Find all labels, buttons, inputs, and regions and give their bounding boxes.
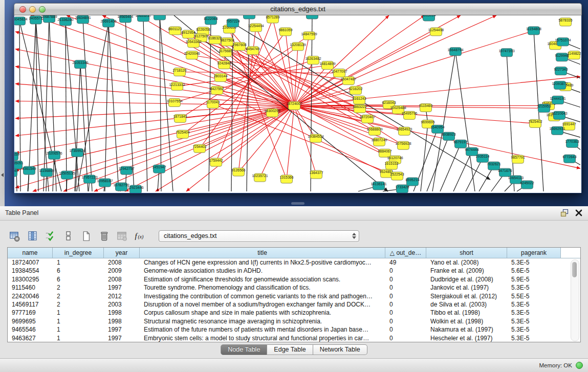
network-node[interactable]: 9361549 <box>22 166 36 174</box>
float-panel-icon[interactable] <box>560 209 569 217</box>
splitter-grip[interactable] <box>291 202 304 205</box>
network-node[interactable]: 10958167 <box>97 179 113 187</box>
network-node[interactable]: 20634891 <box>75 15 91 24</box>
network-node[interactable]: 1149822 <box>568 51 581 59</box>
network-node[interactable]: 14814899 <box>319 61 335 70</box>
network-node[interactable]: 16210643 <box>551 111 567 119</box>
network-edge-black[interactable] <box>427 136 449 191</box>
network-edge-black[interactable] <box>66 21 67 191</box>
network-node[interactable]: 14847599 <box>301 32 317 40</box>
network-node[interactable]: 1451947 <box>152 165 166 173</box>
network-edge-red[interactable] <box>15 105 294 170</box>
network-node[interactable]: 11154808 <box>526 27 541 35</box>
network-node[interactable]: 21053346 <box>72 60 88 69</box>
table-row[interactable]: 969969511998Structural magnetic resonanc… <box>8 317 580 325</box>
network-node[interactable]: 10719135 <box>241 15 257 19</box>
network-node[interactable]: 12254494 <box>248 24 264 32</box>
network-node[interactable]: 19384554 <box>308 134 323 142</box>
network-node[interactable]: 2967608 <box>232 42 246 51</box>
minimize-button[interactable] <box>29 6 36 13</box>
network-node[interactable]: 4863222 <box>353 104 366 113</box>
tab-node-table[interactable]: Node Table <box>221 344 267 355</box>
close-panel-icon[interactable] <box>575 209 583 217</box>
network-node[interactable]: 14136141 <box>371 182 386 190</box>
network-edge-red[interactable] <box>294 91 356 106</box>
network-edge-red[interactable] <box>294 32 436 106</box>
network-edge-black[interactable] <box>43 18 49 191</box>
table-row[interactable]: 1830029562008Estimation of significance … <box>8 275 580 283</box>
function-builder-icon[interactable]: f(x) <box>134 230 146 242</box>
network-node[interactable]: 8471676 <box>498 168 512 177</box>
network-node[interactable]: 2803144 <box>213 74 227 82</box>
network-edge-red[interactable] <box>294 15 496 105</box>
network-node[interactable]: 19747393 <box>498 49 514 57</box>
network-node[interactable]: 16047487 <box>340 77 356 85</box>
network-node[interactable]: 22420046 <box>184 51 200 59</box>
network-canvas[interactable]: 1872400786011238912954822605891275098186… <box>14 15 581 193</box>
network-node[interactable]: 1640954 <box>430 125 444 133</box>
network-node[interactable]: 16648794 <box>447 48 463 56</box>
network-node[interactable]: 10688809 <box>366 127 382 135</box>
network-node[interactable]: 9129946 <box>555 53 569 61</box>
delete-table-icon[interactable] <box>98 230 110 242</box>
network-edge-red[interactable] <box>294 65 328 106</box>
network-node[interactable]: 10655257 <box>135 15 151 21</box>
network-node[interactable]: 1871843 <box>173 114 187 122</box>
network-node[interactable]: 13505135 <box>59 171 75 179</box>
network-node[interactable]: 21336280 <box>57 17 73 26</box>
network-node[interactable]: 18300295 <box>264 108 280 117</box>
network-node[interactable]: 9126566 <box>231 168 245 176</box>
network-node[interactable]: 8595214 <box>405 178 419 186</box>
network-node[interactable]: 20691406 <box>100 19 116 27</box>
network-node[interactable]: 9227343 <box>554 67 568 75</box>
column-header-out_de[interactable]: △ out_de… <box>385 248 426 258</box>
network-node[interactable]: 1364377 <box>309 170 323 179</box>
table-row[interactable]: 2242004622012Investigating the contribut… <box>8 292 580 300</box>
network-edge-black[interactable] <box>53 155 54 191</box>
network-node[interactable]: 8427552 <box>210 86 224 95</box>
zoom-button[interactable] <box>39 6 46 13</box>
network-graph[interactable]: 1872400786011238912954822605891275098186… <box>14 15 581 193</box>
network-node[interactable]: 8571289 <box>266 15 279 23</box>
network-node[interactable]: 11156869 <box>39 168 54 177</box>
table-row[interactable]: 946362711997Embryonic stem cells: a mode… <box>8 334 580 342</box>
window-titlebar[interactable]: citations_edges.txt <box>14 3 582 15</box>
network-node[interactable]: 12942757 <box>118 166 134 174</box>
table-row[interactable]: 911546021997Tourette syndrome. Phenomeno… <box>8 283 580 292</box>
network-edge-black[interactable] <box>83 19 92 191</box>
network-node[interactable]: 8601123 <box>168 27 182 35</box>
network-node[interactable]: 15692931 <box>549 126 565 135</box>
network-node[interactable]: 1170043 <box>206 100 220 108</box>
tab-network-table[interactable]: Network Table <box>313 344 367 355</box>
collapse-arrow-icon[interactable] <box>1 173 4 177</box>
tab-edge-table[interactable]: Edge Table <box>267 344 313 355</box>
network-edge-red[interactable] <box>183 47 298 135</box>
table-row[interactable]: 1872400712008Changes of HCN gene express… <box>8 258 580 267</box>
memory-status-icon[interactable] <box>576 362 583 369</box>
network-node[interactable]: 12444191 <box>550 96 565 104</box>
network-node[interactable]: 19565404 <box>117 15 133 23</box>
network-edge-red[interactable] <box>294 105 580 168</box>
network-node[interactable]: 1615152 <box>384 161 398 169</box>
select-all-icon[interactable] <box>44 230 56 242</box>
network-edge-black[interactable] <box>143 17 147 191</box>
network-node[interactable]: 16782759 <box>113 183 129 191</box>
network-node[interactable]: 15495796 <box>401 111 417 119</box>
network-edge-red[interactable] <box>15 101 294 106</box>
row-height-icon[interactable] <box>62 230 74 242</box>
column-header-pagerank[interactable]: pagerank <box>507 248 561 258</box>
table-row[interactable]: 1456911722003Disruption of a novel membe… <box>8 300 580 309</box>
network-edge-black[interactable] <box>311 15 312 191</box>
table-row[interactable]: 977716911998Corpus callosum shape and si… <box>8 309 580 317</box>
column-header-name[interactable]: name <box>8 248 53 258</box>
network-node[interactable]: 9586806 <box>305 15 319 19</box>
network-node[interactable]: 12213312 <box>169 82 185 91</box>
network-edge-black[interactable] <box>28 20 36 191</box>
network-node[interactable]: 5878335 <box>558 18 572 26</box>
network-node[interactable]: 20687889 <box>41 15 57 23</box>
column-header-in_degree[interactable]: in_degree <box>53 248 104 258</box>
network-node[interactable]: 13208139 <box>290 42 306 51</box>
network-node[interactable]: 3215953 <box>537 104 551 113</box>
scrollbar-thumb[interactable] <box>572 262 577 277</box>
network-node[interactable]: 8813014 <box>422 15 435 21</box>
